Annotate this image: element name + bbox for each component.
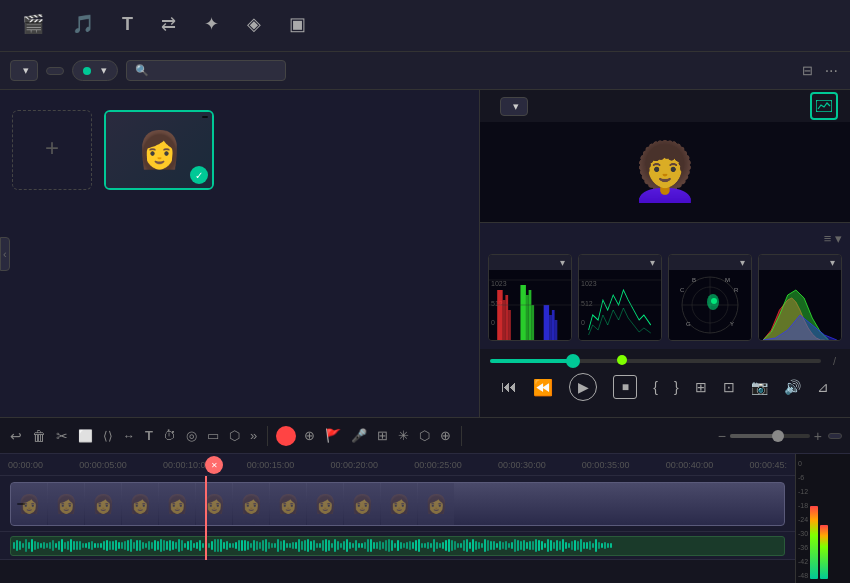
more-tools-button[interactable]: » (248, 426, 259, 445)
toolbar-separator (267, 426, 268, 446)
svg-text:C: C (680, 287, 685, 293)
zoom-slider[interactable] (730, 434, 810, 438)
grid-button[interactable]: ⊞ (375, 426, 390, 445)
scope-waveform-header[interactable]: ▾ (579, 255, 661, 270)
timeline-body: 00:00:00 00:00:05:00 00:00:10:00 00:00:1… (0, 454, 850, 583)
import-media-item[interactable]: + (12, 110, 92, 190)
flag-button[interactable]: 🚩 (323, 426, 343, 445)
scope-toggle-button[interactable] (810, 92, 838, 120)
layout-button[interactable]: ⊞ (695, 379, 707, 395)
nav-audio[interactable]: 🎵 (58, 9, 108, 42)
text-button[interactable]: T (143, 426, 155, 445)
svg-rect-7 (529, 290, 532, 340)
skip-backward-button[interactable]: ⏮ (501, 378, 517, 396)
scope-vectorscope-chevron: ▾ (740, 257, 745, 268)
progress-thumb[interactable] (566, 354, 580, 368)
audio-button[interactable]: 🔊 (784, 379, 801, 395)
timeline-tracks: 00:00:00 00:00:05:00 00:00:10:00 00:00:1… (0, 454, 795, 583)
progress-track[interactable] (490, 359, 821, 363)
stop-button[interactable]: ■ (613, 375, 637, 399)
nav-templates[interactable]: ▣ (275, 9, 320, 42)
media-toolbar: ▾ ▾ 🔍 ⊟ ··· (0, 52, 850, 90)
split-button[interactable]: ⟨⟩ (101, 427, 115, 445)
more-options-button[interactable]: ··· (823, 60, 840, 82)
record-active-button[interactable] (276, 426, 296, 446)
thumb-face-icon: 👩 (137, 129, 182, 171)
scope-vectorscope: ▾ R M Y G C (668, 254, 752, 341)
scope-waveform-chevron: ▾ (650, 257, 655, 268)
delete-button[interactable]: 🗑 (30, 426, 48, 446)
quality-selector[interactable]: ▾ (500, 97, 528, 116)
scope-parade-header[interactable]: ▾ (489, 255, 571, 270)
svg-rect-12 (555, 320, 558, 340)
timeline-section: ↩ 🗑 ✂ ⬜ ⟨⟩ ↔ T ⏱ ◎ ▭ ⬡ » ⊕ 🚩 🎤 ⊞ ✳ ⬡ ⊕ −… (0, 417, 850, 583)
record-button[interactable]: ▾ (72, 60, 118, 81)
audio-clip[interactable]: // Generate wave bars const waveContaine… (10, 536, 785, 556)
scope-vectorscope-header[interactable]: ▾ (669, 255, 751, 270)
scope-histogram-header[interactable]: ▾ (759, 255, 841, 270)
crop-button[interactable]: ⬜ (76, 427, 95, 445)
zoom-minus-icon[interactable]: − (718, 428, 726, 444)
clip-thumb-2: 👩 (48, 483, 84, 525)
sidebar-collapse-arrow[interactable]: ‹ (0, 237, 10, 271)
ruler-marks-row: 00:00:00 00:00:05:00 00:00:10:00 00:00:1… (0, 454, 795, 475)
svg-rect-5 (520, 285, 525, 340)
video-clip[interactable]: 👩 👩 👩 👩 👩 👩 👩 👩 👩 👩 👩 👩 (10, 482, 785, 526)
shape-button[interactable]: ⬡ (227, 426, 242, 445)
meter-panel: 0 -6 -12 -18 -24 -30 -36 -42 -48 (795, 454, 850, 583)
zoom-plus-icon[interactable]: + (814, 428, 822, 444)
out-point-button[interactable]: } (674, 379, 679, 395)
video-track: 👩 👩 👩 👩 👩 👩 👩 👩 👩 👩 👩 👩 (0, 476, 795, 532)
top-navigation: 🎬 🎵 T ⇄ ✦ ◈ ▣ (0, 0, 850, 52)
screenshot-button[interactable]: ⊡ (723, 379, 735, 395)
zoom-thumb[interactable] (772, 430, 784, 442)
in-point-button[interactable]: { (653, 379, 658, 395)
video-thumbnail-item[interactable]: 👩 ✓ (104, 110, 214, 194)
meter-button[interactable] (828, 433, 842, 439)
nav-media[interactable]: 🎬 (8, 9, 58, 42)
filter-button[interactable]: ⊟ (800, 61, 815, 80)
scopes-header: ≡ ▾ (488, 231, 842, 246)
more-ctrl-button[interactable]: ⊿ (817, 379, 829, 395)
nav-transitions[interactable]: ⇄ (147, 9, 190, 42)
scope-histogram: ▾ (758, 254, 842, 341)
scope-histogram-chevron: ▾ (830, 257, 835, 268)
keyframe-button[interactable]: ◎ (184, 426, 199, 445)
player-panel: ▾ 👩‍🦱 ≡ ▾ (480, 90, 850, 417)
play-button[interactable]: ▶ (569, 373, 597, 401)
mic-button[interactable]: 🎤 (349, 426, 369, 445)
undo-button[interactable]: ↩ (8, 426, 24, 446)
camera-button[interactable]: 📷 (751, 379, 768, 395)
resize-button[interactable]: ↔ (121, 427, 137, 445)
ai-image-button[interactable] (46, 67, 64, 75)
step-backward-button[interactable]: ⏪ (533, 378, 553, 397)
thumb-container: 👩 ✓ (104, 110, 214, 190)
nav-titles[interactable]: T (108, 10, 147, 42)
player-header: ▾ (480, 90, 850, 122)
scope-icon (816, 100, 832, 112)
meter-bar-left (810, 506, 818, 579)
add-track-button[interactable]: ⊕ (302, 426, 317, 445)
svg-rect-10 (549, 315, 552, 340)
timer-button[interactable]: ⏱ (161, 426, 178, 445)
scope-parade-body: 10235120 (489, 270, 571, 340)
search-input[interactable] (154, 65, 277, 77)
audio-track: // Generate wave bars const waveContaine… (0, 532, 795, 560)
scope-parade-svg (489, 270, 571, 340)
fx-button[interactable]: ✳ (396, 426, 411, 445)
import-button[interactable]: ▾ (10, 60, 38, 81)
meter-scale: 0 -6 -12 -18 -24 -30 -36 -42 -48 (798, 458, 808, 579)
scopes-menu-button[interactable]: ≡ ▾ (824, 231, 842, 246)
scope-vectorscope-svg: R M Y G C B (669, 270, 751, 340)
scope-waveform-svg (579, 270, 661, 340)
clip-button[interactable]: ▭ (205, 426, 221, 445)
nav-effects[interactable]: ✦ (190, 9, 233, 42)
clip-thumb-3: 👩 (85, 483, 121, 525)
snap-button[interactable]: ⬡ (417, 426, 432, 445)
cut-button[interactable]: ✂ (54, 426, 70, 446)
svg-rect-11 (552, 310, 555, 340)
zoom-in-button[interactable]: ⊕ (438, 426, 453, 445)
search-box[interactable]: 🔍 (126, 60, 286, 81)
nav-stickers[interactable]: ◈ (233, 9, 275, 42)
folder-label (0, 90, 479, 102)
